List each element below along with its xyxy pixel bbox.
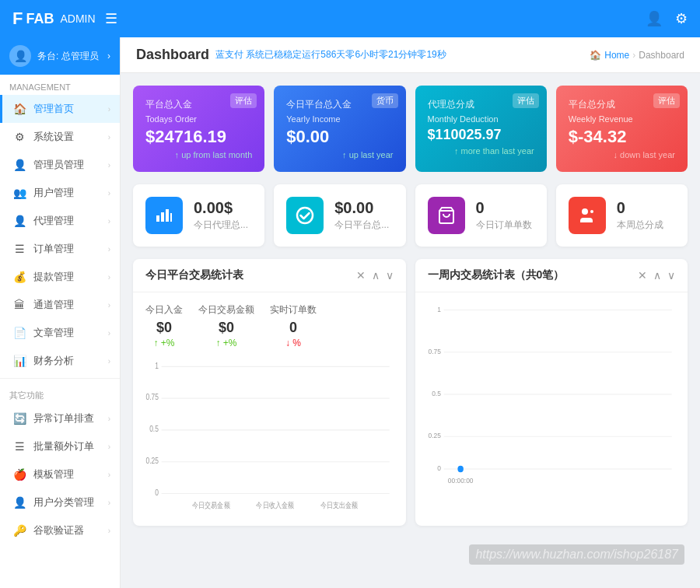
mini-stat-icon-3 [428, 197, 465, 234]
svg-text:00:00:00: 00:00:00 [447, 476, 473, 485]
svg-text:0: 0 [155, 488, 159, 497]
svg-point-30 [457, 466, 463, 472]
sidebar-arrow-settings: › [108, 133, 110, 142]
mini-stat-label-1: 今日代理总... [194, 219, 248, 232]
breadcrumb-home-icon: 🏠 [590, 50, 601, 61]
sidebar-item-analysis-label: 财务分析 [33, 354, 108, 368]
mini-stat-daily-agent: 0.00$ 今日代理总... [133, 184, 264, 247]
chart-stat-label-2: 今日交易金额 [198, 303, 254, 317]
sidebar-item-usercat[interactable]: 👤 用户分类管理 › [0, 488, 120, 516]
mini-stat-label-3: 今日订单单数 [476, 219, 532, 232]
stat-sub-1: Todays Order [145, 114, 252, 124]
sidebar-arrow-agents: › [108, 217, 110, 226]
svg-rect-3 [170, 213, 172, 222]
svg-text:今日交易金额: 今日交易金额 [192, 501, 230, 509]
sidebar-item-admins[interactable]: 👤 管理员管理 › [0, 151, 120, 179]
page-title: Dashboard [136, 47, 209, 63]
verify-icon: 🔑 [12, 524, 27, 537]
sidebar-arrow-users: › [108, 189, 110, 198]
breadcrumb-home-link[interactable]: Home [604, 50, 629, 61]
mini-stat-value-1: 0.00$ [194, 199, 248, 217]
sidebar-item-abnormal[interactable]: 🔄 异常订单排查 › [0, 404, 120, 432]
finance-icon: 💰 [12, 271, 27, 283]
main-layout: 👤 务台: 总管理员 › Management 🏠 管理首页 › ⚙ 系统设置 … [0, 37, 700, 588]
sidebar-arrow: › [108, 105, 110, 114]
chart-right-title: 一周内交易统计表（共0笔） [428, 268, 565, 282]
logo-f: F [12, 9, 23, 29]
sidebar-item-dashboard[interactable]: 🏠 管理首页 › [0, 95, 120, 123]
chart-right-up[interactable]: ∧ [653, 269, 661, 282]
sidebar-item-channel[interactable]: 🏛 通道管理 › [0, 291, 120, 319]
svg-text:0.5: 0.5 [149, 425, 159, 433]
chart-left-up[interactable]: ∧ [372, 269, 380, 282]
chart-left-stats: 今日入金 $0 ↑ +% 今日交易金额 $0 ↑ +% 实时订单数 0 [133, 292, 406, 355]
user-nav-icon[interactable]: 👤 [646, 10, 663, 27]
svg-rect-0 [156, 215, 159, 222]
settings-nav-icon[interactable]: ⚙ [675, 10, 688, 27]
chart-right-header: 一周内交易统计表（共0笔） ✕ ∧ ∨ [415, 259, 688, 292]
stat-sub-3: Monthly Deduction [428, 114, 534, 124]
stat-value-3: $110025.97 [428, 127, 534, 143]
chart-left-close[interactable]: ✕ [356, 269, 366, 282]
chart-stat-value-2: $0 [198, 320, 254, 336]
sidebar-arrow-analysis: › [108, 357, 110, 366]
sidebar-item-users[interactable]: 👥 用户管理 › [0, 179, 120, 207]
stat-card-agent-split: 代理总分成 评估 Monthly Deduction $110025.97 ↑ … [415, 86, 547, 172]
logo-fab: FAB [26, 11, 54, 27]
chart-left-area: 1 0.75 0.5 0.25 0 今日交易金额 [133, 355, 406, 526]
sidebar-item-docs[interactable]: 📄 文章管理 › [0, 319, 120, 347]
hamburger-icon[interactable]: ☰ [105, 10, 117, 27]
svg-text:今日收入金额: 今日收入金额 [256, 501, 294, 509]
chart-stat-1: 今日入金 $0 ↑ +% [145, 303, 183, 348]
svg-text:1: 1 [155, 362, 159, 370]
sidebar-item-bulk[interactable]: ☰ 批量额外订单 › [0, 432, 120, 460]
svg-text:0.25: 0.25 [428, 432, 440, 440]
chart-left-header: 今日平台交易统计表 ✕ ∧ ∨ [133, 259, 406, 292]
stat-card-badge-4: 评估 [653, 93, 680, 108]
stat-value-1: $24716.19 [145, 127, 252, 147]
breadcrumb-separator: › [632, 50, 635, 61]
chart-left-svg: 1 0.75 0.5 0.25 0 今日交易金额 [145, 358, 394, 516]
chart-left-title: 今日平台交易统计表 [145, 268, 243, 282]
sidebar-user-label: 务台: 总管理员 [37, 50, 101, 63]
mini-stat-daily-orders: 0 今日订单单数 [415, 184, 547, 247]
chart-right-area: 1 0.75 0.5 0.25 0 [415, 292, 688, 495]
sidebar-item-analysis[interactable]: 📊 财务分析 › [0, 347, 120, 375]
sidebar-item-settings[interactable]: ⚙ 系统设置 › [0, 123, 120, 151]
sidebar-item-template-label: 模板管理 [33, 467, 108, 481]
mini-stat-content-3: 0 今日订单单数 [476, 199, 532, 232]
sidebar-item-abnormal-label: 异常订单排查 [33, 411, 108, 425]
channel-icon: 🏛 [12, 299, 27, 311]
page-header-left: Dashboard 蓝支付 系统已稳稳定运行586天零6小时零21分钟零19秒 [136, 47, 446, 63]
sidebar-item-verify[interactable]: 🔑 谷歌验证器 › [0, 516, 120, 544]
stat-card-yearly-income: 今日平台总入金 货币 Yearly Income $0.00 ↑ up last… [274, 86, 405, 172]
nav-left: F FAB ADMIN ☰ [12, 9, 117, 29]
users-icon: 👥 [12, 187, 27, 199]
chart-right-down[interactable]: ∨ [667, 269, 675, 282]
page-header: Dashboard 蓝支付 系统已稳稳定运行586天零6小时零21分钟零19秒 … [121, 37, 700, 73]
sidebar-item-orders[interactable]: ☰ 订单管理 › [0, 235, 120, 263]
stat-value-4: $-34.32 [569, 127, 675, 147]
chart-left: 今日平台交易统计表 ✕ ∧ ∨ 今日入金 $0 ↑ +% [133, 259, 406, 526]
usercat-icon: 👤 [12, 496, 27, 509]
mini-stat-content-2: $0.00 今日平台总... [334, 199, 389, 232]
stat-card-badge-3: 评估 [513, 93, 539, 108]
sidebar-item-bulk-label: 批量额外订单 [33, 439, 108, 453]
svg-rect-2 [166, 209, 169, 222]
svg-text:0.75: 0.75 [428, 347, 440, 355]
stat-sub-4: Weekly Revenue [569, 114, 675, 124]
stats-row: 平台总入金 评估 Todays Order $24716.19 ↑ up fro… [133, 86, 688, 172]
sidebar-item-finance[interactable]: 💰 提款管理 › [0, 263, 120, 291]
chart-right-close[interactable]: ✕ [638, 269, 647, 282]
docs-icon: 📄 [12, 327, 27, 339]
sidebar-item-agents[interactable]: 👤 代理管理 › [0, 207, 120, 235]
svg-text:0.5: 0.5 [432, 390, 441, 398]
chart-left-down[interactable]: ∨ [386, 269, 394, 282]
chart-stat-label-1: 今日入金 [145, 303, 183, 317]
settings-icon: ⚙ [12, 131, 27, 143]
stat-card-badge-1: 评估 [230, 93, 257, 108]
sidebar-item-verify-label: 谷歌验证器 [33, 523, 108, 537]
breadcrumb-current: Dashboard [639, 50, 684, 61]
sidebar-item-template[interactable]: 🍎 模板管理 › [0, 460, 120, 488]
svg-point-5 [582, 208, 588, 215]
